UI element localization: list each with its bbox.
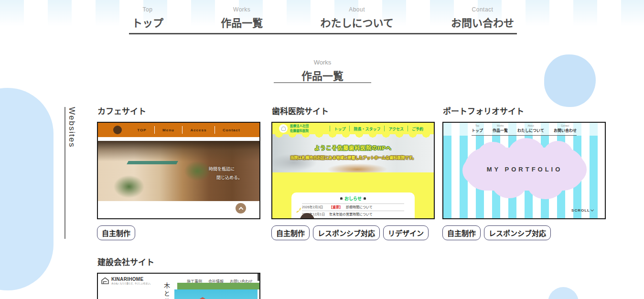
tag-badge: 自主制作 — [97, 225, 135, 240]
dental-nav-staff: 院長・スタッフ — [350, 126, 384, 131]
kinari-logo-text: KINARIHOME 木のぬくもりと暮らす、やさしい住まい。 — [111, 275, 152, 285]
top-right-blue-blob-decoration — [544, 54, 596, 107]
mini-scrollbar — [258, 274, 259, 281]
news-row: 2026年12月1日 年末年始の営業時間について — [302, 211, 404, 218]
nav-item-contact[interactable]: Contact お問い合わせ — [449, 6, 516, 30]
websites-section-line — [64, 107, 65, 239]
nav-label-en: Works — [221, 6, 263, 13]
work-title: 建設会社サイト — [97, 256, 262, 267]
dental-news-box: おしらせ 2026年2月3日 【重要】 診療時間について 2026年12月1日 … — [291, 192, 415, 219]
nav-label-ja: お問い合わせ — [451, 14, 514, 30]
tooth-logo-icon — [279, 124, 288, 133]
dental-site-header: 医療法人社団 佐藤歯科医院 トップ 院長・スタッフ アクセス ご予約 — [272, 123, 434, 134]
work-tags: 自主制作 レスポンシブ対応 リデザイン — [271, 225, 437, 240]
news-text: 診療時間について — [346, 205, 373, 210]
scroll-label: SCROLL — [571, 208, 590, 213]
cafe-site-nav: TOP Menu Access Contact — [129, 123, 248, 137]
dental-news-title: おしらせ — [291, 195, 415, 202]
news-row: 2026年2月3日 【重要】 診療時間について — [302, 203, 404, 211]
nav-underline — [129, 33, 517, 34]
portfolio-site-nav: Top トップ Works 作品一覧 About わたしについて Contact… — [472, 124, 577, 133]
tooth-icon — [340, 197, 343, 200]
work-thumbnail-construction[interactable]: KINARIHOME 木のぬくもりと暮らす、やさしい住まい。 施工事例 会社情報… — [97, 273, 260, 299]
tooth-icon — [364, 197, 366, 200]
news-important-badge: 【重要】 — [329, 205, 343, 210]
nav-item-top[interactable]: Top トップ — [130, 6, 165, 30]
dental-news-list: 2026年2月3日 【重要】 診療時間について 2026年12月1日 年末年始の… — [302, 203, 404, 218]
nav-separator — [215, 126, 215, 134]
chevron-down-icon — [590, 208, 594, 212]
cafe-nav-contact: Contact — [223, 128, 240, 132]
dental-hero-copy: ようこそ佐藤歯科医院のHPへ 当院は札幌市白石区にある地域に密着したアットホーム… — [272, 144, 434, 160]
work-card-dental: 歯科医院サイト 医療法人社団 佐藤歯科医院 トップ 院長・スタッフ アクセス ご… — [271, 105, 437, 240]
work-tags: 自主制作 レスポンシブ対応 — [442, 225, 608, 240]
portfolio-nav-underline — [472, 135, 577, 136]
nav-label-ja: トップ — [132, 14, 163, 30]
work-card-cafe: カフェサイト TOP Menu Access Contact 時間を瓶詰に 閉じ… — [97, 105, 262, 240]
mini-nav-en: Contact — [554, 124, 577, 127]
work-title: カフェサイト — [97, 105, 262, 117]
cafe-site-header: TOP Menu Access Contact — [98, 123, 259, 137]
house-logo-icon — [101, 277, 109, 287]
cafe-nav-access: Access — [190, 128, 206, 132]
tag-badge: レスポンシブ対応 — [484, 225, 551, 240]
work-title: ポートフォリオサイト — [443, 105, 608, 117]
cafe-catch-line2: 閉じ込める。 — [216, 174, 242, 181]
kinari-logo-name: KINARIHOME — [111, 277, 152, 282]
dental-nav-top: トップ — [330, 126, 349, 131]
mini-nav-en: Works — [493, 124, 508, 127]
page-title: 作品一覧 — [275, 67, 370, 83]
nav-separator — [154, 126, 155, 134]
tag-badge: 自主制作 — [442, 225, 481, 240]
work-card-construction: 建設会社サイト KINARIHOME 木のぬくもりと暮らす、やさしい住まい。 施… — [97, 256, 262, 299]
kinari-green-band — [177, 283, 260, 289]
tag-badge: レスポンシブ対応 — [313, 225, 380, 240]
clinic-name-line2: 佐藤歯科医院 — [290, 128, 309, 133]
section-heading-en: Works — [275, 59, 370, 66]
main-nav: Top トップ Works 作品一覧 About わたしについて Contact… — [130, 6, 516, 30]
work-thumbnail-dental[interactable]: 医療法人社団 佐藤歯科医院 トップ 院長・スタッフ アクセス ご予約 ようこそ佐… — [271, 122, 435, 219]
nav-separator — [349, 126, 350, 131]
bottom-right-blue-blob-decoration — [548, 287, 579, 299]
nav-separator — [330, 126, 330, 131]
cafe-nav-menu: Menu — [162, 128, 174, 132]
portfolio-nav-about: About わたしについて — [517, 124, 544, 133]
cafe-logo-icon — [113, 126, 122, 134]
cafe-awning-decoration — [127, 161, 178, 164]
kinari-vertical-copy: 木と暮らす — [162, 282, 171, 299]
cafe-catch-line1: 時間を瓶詰に — [209, 166, 242, 172]
chevron-up-icon — [238, 206, 243, 211]
kinari-house-photo — [174, 289, 258, 299]
work-thumbnail-portfolio[interactable]: Top トップ Works 作品一覧 About わたしについて Contact… — [442, 122, 606, 219]
dental-nav-reserve: ご予約 — [408, 126, 427, 131]
mini-nav-ja: お問い合わせ — [554, 128, 577, 133]
clinic-name-line1: 医療法人社団 — [290, 124, 309, 128]
section-heading-underline — [274, 82, 371, 83]
cafe-hero-photo: 時間を瓶詰に 閉じ込める。 — [98, 141, 260, 201]
mini-nav-en: Top — [472, 124, 483, 127]
kinari-tagline: 木のぬくもりと暮らす、やさしい住まい。 — [111, 283, 152, 285]
nav-item-about[interactable]: About わたしについて — [318, 6, 395, 30]
nav-item-works[interactable]: Works 作品一覧 — [219, 6, 265, 30]
work-tags: 自主制作 — [97, 225, 262, 240]
clinic-name: 医療法人社団 佐藤歯科医院 — [290, 124, 309, 134]
dental-nav-access: アクセス — [385, 126, 408, 131]
nav-label-en: About — [320, 6, 393, 13]
tag-badge: リデザイン — [383, 225, 429, 240]
portfolio-nav-top: Top トップ — [472, 124, 483, 133]
house-roof — [174, 297, 231, 299]
work-thumbnail-cafe[interactable]: TOP Menu Access Contact 時間を瓶詰に 閉じ込める。 — [97, 122, 260, 219]
mini-nav-ja: トップ — [472, 128, 483, 133]
cloud-shape-decoration: MY PORTFOLIO — [464, 142, 585, 196]
mini-nav-en: About — [517, 124, 544, 127]
work-card-portfolio: ポートフォリオサイト Top トップ Works 作品一覧 About わたしに… — [442, 105, 608, 240]
work-title: 歯科医院サイト — [272, 105, 437, 117]
portfolio-hero-title: MY PORTFOLIO — [464, 142, 585, 196]
news-title-text: おしらせ — [344, 195, 362, 202]
mini-nav-ja: 作品一覧 — [493, 128, 508, 133]
portfolio-nav-contact: Contact お問い合わせ — [554, 124, 577, 133]
nav-separator — [384, 126, 385, 131]
nav-label-ja: わたしについて — [320, 14, 393, 30]
mini-nav-ja: わたしについて — [517, 128, 544, 133]
websites-section-label: Websites — [67, 107, 76, 148]
